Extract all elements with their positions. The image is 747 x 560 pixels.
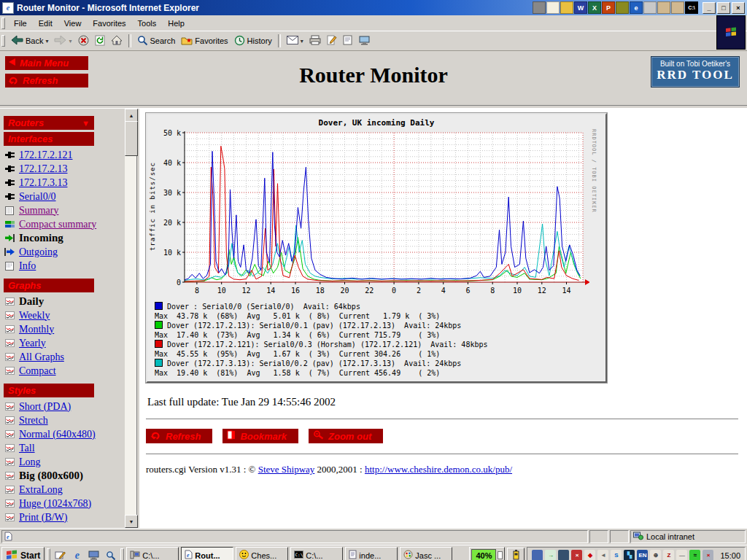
taskbar-task-jasc[interactable]: Jasc ... [400,547,452,560]
sidebar-item-extralong[interactable]: ExtraLong [4,483,125,497]
language-indicator[interactable]: EN [637,550,648,560]
sidebar-item-172-17-3-13[interactable]: 172.17.3.13 [4,176,125,190]
zoom-out-button[interactable]: Zoom out [309,429,383,443]
discuss-button[interactable] [340,33,356,50]
excel-icon[interactable]: X [588,1,601,14]
battery-button[interactable] [507,548,525,560]
sidebar-item-172-17-2-13[interactable]: 172.17.2.13 [4,162,125,176]
section-header-styles[interactable]: Styles [4,384,94,397]
net-disconnect-icon[interactable]: × [703,550,713,560]
battery-meter[interactable]: 40% [469,547,505,560]
sidebar-item-short-pda[interactable]: Short (PDA) [4,400,125,413]
bookmark-button[interactable]: Bookmark [222,429,298,443]
section-header-interfaces[interactable]: Interfaces [4,132,94,146]
taskbar-grip[interactable] [120,548,124,560]
menu-edit[interactable]: Edit [33,18,58,29]
section-header-routers[interactable]: Routers▼ [4,116,94,130]
find-icon[interactable] [103,548,118,560]
ruler-icon[interactable]: — [676,550,687,560]
scroll-down-button[interactable]: ▼ [125,515,138,528]
sidebar-item-incoming[interactable]: Incoming [4,231,125,245]
sidebar-item-info[interactable]: Info [4,259,125,273]
taskbar-grip[interactable] [47,548,50,560]
shortcut-icon-2[interactable] [671,1,684,14]
offline-clock-icon[interactable]: × [571,550,582,560]
taskbar-task-c[interactable]: C:\... [126,547,179,560]
edit-button[interactable] [324,33,340,50]
sidebar-item-all-graphs[interactable]: All Graphs [4,350,125,364]
favorites-button[interactable]: Favorites [178,33,231,50]
show-desktop-icon[interactable] [86,548,101,560]
sidebar-item-yearly[interactable]: Yearly [4,336,125,350]
close-button[interactable]: × [732,2,745,14]
sidebar-item-big-800x600[interactable]: Big (800x600) [4,469,125,483]
sidebar-item-weekly[interactable]: Weekly [4,308,125,322]
taskbar-task-inde[interactable]: inde... [345,547,398,560]
back-button[interactable]: Back▾ [8,33,51,50]
compose-mail-icon[interactable] [53,548,68,560]
sidebar-item-huge-747x560[interactable]: Huge (747x560) [4,497,125,510]
zonealarm-icon[interactable]: Z [663,550,674,560]
refresh-button[interactable]: Refresh [5,74,88,88]
card-eject-icon[interactable]: → [545,550,556,560]
menu-tools[interactable]: Tools [132,18,163,29]
internet-explorer-icon[interactable]: e [69,548,85,560]
taskbar-task-c[interactable]: C:\C:\... [290,547,343,560]
sidebar-item-compact-summary[interactable]: Compact summary [4,217,125,231]
sidebar-item-compact[interactable]: Compact [4,364,125,378]
scroll-up-button[interactable]: ▲ [125,109,138,122]
wireless-icon[interactable]: S [611,550,622,560]
menubar-grip[interactable] [1,18,5,29]
powerpoint-icon[interactable]: P [602,1,615,14]
stop-button[interactable] [75,33,92,50]
sidebar-item-tall[interactable]: Tall [4,441,125,455]
word-icon[interactable]: W [574,1,587,14]
scheduler-flag-icon[interactable]: ▚ [624,550,635,560]
internet-explorer-icon[interactable]: e [630,1,643,14]
menu-favorites[interactable]: Favorites [87,18,131,29]
rrdtool-badge[interactable]: Built on Tobi Oetiker's RRD TOOL [651,56,740,88]
sidebar-item-long[interactable]: Long [4,455,125,469]
office-grid-icon[interactable] [533,1,546,14]
find-icon[interactable] [643,1,657,14]
scrollbar-thumb[interactable] [125,121,138,156]
history-button[interactable]: History [231,33,275,50]
search-button[interactable]: Search [134,33,179,50]
sidebar-item-monthly[interactable]: Monthly [4,322,125,336]
author-link[interactable]: Steve Shipway [258,464,315,475]
terminal-icon[interactable]: C:\ [685,1,698,14]
menu-view[interactable]: View [58,18,88,29]
battery-meter-icon[interactable] [532,550,543,560]
schedule-icon[interactable] [616,1,629,14]
sidebar-item-print-b-w[interactable]: Print (B/W) [4,510,125,524]
toolbar-grip[interactable] [1,35,5,47]
menu-file[interactable]: File [8,18,33,29]
mail-button[interactable]: ▾ [284,33,306,50]
sidebar-item-172-17-2-121[interactable]: 172.17.2.121 [4,148,125,162]
new-office-doc-icon[interactable] [546,1,560,14]
messenger-button[interactable] [356,33,373,50]
footer-url-link[interactable]: http://www.cheshire.demon.co.uk/pub/ [365,464,512,475]
menu-help[interactable]: Help [162,18,190,29]
print-button[interactable] [306,33,324,50]
main-menu-button[interactable]: Main Menu [5,56,88,70]
sidebar-item-outgoing[interactable]: Outgoing [4,245,125,259]
volume-icon[interactable]: ◄ [597,550,608,560]
open-folder-icon[interactable] [560,1,573,14]
refresh-button[interactable]: Refresh [146,429,212,443]
sidebar-item-stretch[interactable]: Stretch [4,413,125,427]
resource-meter-icon[interactable]: ≈ [689,550,700,560]
display-tray-icon[interactable] [558,550,569,560]
sidebar-item-serial0-0[interactable]: Serial0/0 [4,190,125,203]
taskbar-task-ches[interactable]: Ches... [236,547,288,560]
sidebar-scrollbar[interactable]: ▲ ▼ [125,109,136,528]
refresh-button[interactable] [92,33,108,50]
sidebar-item-summary[interactable]: Summary [4,203,125,217]
taskbar-task-rout[interactable]: eRout... [181,547,233,560]
globe-pointer-icon[interactable]: ⊕ [650,550,661,560]
sidebar-item-daily[interactable]: Daily [4,295,125,308]
start-button[interactable]: Start [1,547,44,560]
restore-button[interactable]: □ [717,2,730,14]
net-diamond-icon[interactable]: ◆ [584,550,595,560]
minimize-button[interactable]: _ [703,2,716,14]
